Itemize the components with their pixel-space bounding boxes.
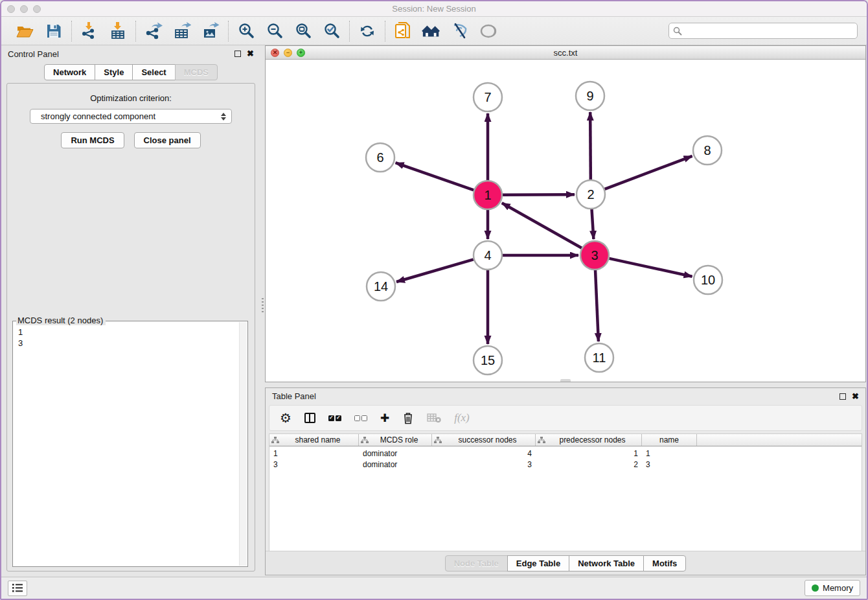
- zoom-selected-icon[interactable]: [322, 21, 341, 41]
- table-options-gear-icon[interactable]: ⚙: [280, 410, 291, 426]
- zoom-fit-icon[interactable]: [293, 21, 313, 41]
- graph-node-14[interactable]: 14: [367, 272, 395, 301]
- hide-panels-icon[interactable]: [450, 21, 470, 41]
- graph-node-3[interactable]: 3: [580, 241, 609, 270]
- graph-edge-3-11[interactable]: [595, 270, 599, 341]
- save-session-icon[interactable]: [44, 21, 63, 41]
- graph-edge-3-10[interactable]: [609, 259, 692, 277]
- network-maximize-button[interactable]: +: [297, 49, 305, 57]
- optimization-criterion-select[interactable]: strongly connected component: [30, 109, 232, 124]
- table-row[interactable]: 3 dominator 3 2 3: [269, 460, 862, 470]
- network-window-title: scc.txt: [266, 48, 865, 58]
- tab-select[interactable]: Select: [132, 64, 175, 80]
- delete-table-icon[interactable]: [427, 410, 441, 426]
- graph-node-label: 6: [376, 150, 383, 165]
- zoom-in-icon[interactable]: [236, 21, 256, 41]
- network-window-titlebar[interactable]: ✕ − + scc.txt: [266, 46, 865, 60]
- show-columns-icon[interactable]: [304, 410, 315, 426]
- task-history-button[interactable]: [8, 581, 27, 596]
- delete-column-icon[interactable]: [402, 410, 414, 426]
- session-title: Session: New Session: [1, 4, 867, 14]
- table-row[interactable]: 1 dominator 4 1 1: [269, 449, 862, 459]
- graph-edge-4-14[interactable]: [396, 259, 474, 282]
- show-panels-icon[interactable]: [479, 21, 498, 41]
- control-panel-title: Control Panel: [8, 49, 59, 59]
- graph-node-2[interactable]: 2: [577, 180, 605, 209]
- export-image-icon[interactable]: [201, 21, 220, 41]
- search-icon: [673, 27, 682, 36]
- network-graph: 7968124314101511: [266, 60, 865, 382]
- close-panel-button[interactable]: Close panel: [134, 132, 201, 148]
- graph-node-15[interactable]: 15: [474, 346, 502, 375]
- graph-edge-1-6[interactable]: [396, 163, 474, 190]
- list-icon: [12, 584, 23, 592]
- graph-edge-2-3[interactable]: [591, 209, 593, 239]
- network-overview-icon[interactable]: [422, 21, 441, 41]
- graph-edge-2-8[interactable]: [605, 156, 692, 189]
- tab-network-table[interactable]: Network Table: [569, 555, 644, 571]
- search-field[interactable]: [668, 23, 858, 39]
- function-builder-icon[interactable]: f(x): [454, 410, 470, 426]
- graph-edge-2-9[interactable]: [590, 112, 591, 179]
- graph-node-8[interactable]: 8: [693, 136, 722, 165]
- float-panel-icon[interactable]: [234, 51, 241, 57]
- graph-edge-1-2[interactable]: [503, 194, 575, 195]
- network-canvas[interactable]: 7968124314101511: [266, 60, 865, 382]
- clone-network-icon[interactable]: [393, 21, 413, 41]
- tab-motifs[interactable]: Motifs: [643, 555, 686, 571]
- zoom-out-icon[interactable]: [265, 21, 284, 41]
- column-type-icon: [538, 437, 545, 444]
- column-header-predecessor-nodes[interactable]: predecessor nodes: [536, 434, 642, 446]
- graph-node-7[interactable]: 7: [474, 83, 502, 111]
- close-panel-icon[interactable]: ✖: [247, 51, 254, 57]
- search-input[interactable]: [685, 26, 853, 36]
- column-header-mcds-role[interactable]: MCDS role: [359, 434, 432, 446]
- column-header-name[interactable]: name: [642, 434, 697, 446]
- tab-edge-table[interactable]: Edge Table: [507, 555, 569, 571]
- graph-node-1[interactable]: 1: [474, 181, 502, 209]
- refresh-icon[interactable]: [358, 21, 377, 41]
- app-window: Session: New Session: [0, 0, 868, 600]
- panel-splitter[interactable]: [260, 45, 265, 577]
- graph-node-6[interactable]: 6: [366, 143, 394, 172]
- result-line: 3: [18, 338, 242, 349]
- network-minimize-button[interactable]: −: [284, 49, 292, 57]
- column-type-icon: [434, 437, 442, 444]
- close-table-panel-icon[interactable]: ✖: [852, 393, 859, 400]
- deselect-all-icon[interactable]: [354, 410, 367, 426]
- graph-node-label: 14: [374, 279, 388, 294]
- result-scrollbar[interactable]: [239, 322, 247, 566]
- tab-style[interactable]: Style: [95, 64, 133, 80]
- column-header-successor-nodes[interactable]: successor nodes: [432, 434, 536, 446]
- tab-mcds[interactable]: MCDS: [175, 64, 218, 80]
- export-table-icon[interactable]: [172, 21, 192, 41]
- graph-node-label: 15: [481, 353, 495, 367]
- graph-node-11[interactable]: 11: [585, 343, 613, 372]
- memory-button[interactable]: Memory: [805, 580, 860, 596]
- graph-edge-3-1[interactable]: [502, 203, 582, 248]
- add-column-icon[interactable]: ✚: [380, 410, 389, 426]
- tab-node-table[interactable]: Node Table: [445, 555, 508, 571]
- splitter-grip-icon: [262, 298, 264, 314]
- table-panel-title: Table Panel: [272, 391, 316, 401]
- network-close-button[interactable]: ✕: [271, 49, 279, 57]
- column-type-icon: [361, 437, 369, 444]
- graph-node-label: 8: [703, 143, 711, 157]
- graph-node-4[interactable]: 4: [474, 241, 502, 270]
- mcds-panel: Optimization criterion: strongly connect…: [6, 83, 255, 571]
- result-line: 1: [18, 327, 242, 338]
- column-header-shared-name[interactable]: shared name: [269, 434, 359, 446]
- graph-node-label: 2: [587, 187, 594, 202]
- run-mcds-button[interactable]: Run MCDS: [61, 132, 124, 148]
- graph-node-9[interactable]: 9: [576, 82, 604, 110]
- graph-node-10[interactable]: 10: [694, 266, 722, 294]
- import-network-icon[interactable]: [80, 21, 99, 41]
- export-network-icon[interactable]: [144, 21, 163, 41]
- main-toolbar: [1, 17, 867, 45]
- float-table-panel-icon[interactable]: [839, 393, 846, 400]
- tab-network[interactable]: Network: [44, 64, 95, 80]
- import-table-icon[interactable]: [108, 21, 128, 41]
- select-all-icon[interactable]: [328, 410, 341, 426]
- open-file-icon[interactable]: [16, 21, 35, 41]
- canvas-resize-handle[interactable]: [560, 379, 571, 382]
